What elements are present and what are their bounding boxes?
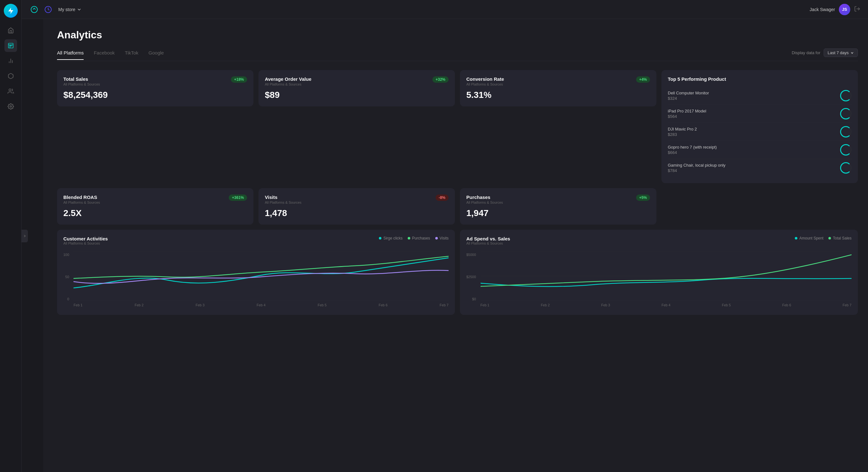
top5-item-3: DJI Mavic Pro 2 $283 bbox=[668, 123, 851, 141]
svg-point-5 bbox=[9, 89, 11, 91]
ad-x-label-feb2: Feb 2 bbox=[541, 303, 550, 307]
ad-spend-svg bbox=[480, 252, 851, 301]
user-name: Jack Swager bbox=[810, 7, 835, 12]
top5-title: Top 5 Performing Product bbox=[668, 76, 851, 82]
x-label-feb3: Feb 3 bbox=[196, 303, 205, 307]
charts-row: Customer Activities All Platforms & Sour… bbox=[57, 230, 858, 315]
sidebar-item-products[interactable] bbox=[4, 70, 17, 82]
x-label-feb7: Feb 7 bbox=[440, 303, 448, 307]
customer-activities-chart: Customer Activities All Platforms & Sour… bbox=[57, 230, 455, 315]
ad-x-label-feb7: Feb 7 bbox=[843, 303, 851, 307]
visits-card: Visits All Platforms & Sources -8% 1,478 bbox=[258, 188, 455, 225]
avg-order-value: $89 bbox=[265, 90, 448, 100]
tab-tiktok[interactable]: TikTok bbox=[125, 50, 138, 60]
top5-item-1-price: $324 bbox=[668, 96, 709, 101]
visits-badge: -8% bbox=[436, 194, 448, 201]
top5-item-4-price: $664 bbox=[668, 150, 717, 155]
visits-value: 1,478 bbox=[265, 208, 448, 218]
y-label-50: 50 bbox=[65, 275, 69, 279]
ad-x-label-feb5: Feb 5 bbox=[722, 303, 731, 307]
legend-amount-spent-dot bbox=[795, 237, 797, 240]
tab-google[interactable]: Google bbox=[149, 50, 164, 60]
user-avatar: JS bbox=[839, 4, 850, 15]
sidebar-item-users[interactable] bbox=[4, 85, 17, 98]
topbar-right: Jack Swager JS bbox=[810, 4, 860, 15]
blended-roas-card: Blended ROAS All Platforms & Sources +36… bbox=[57, 188, 253, 225]
ad-x-label-feb6: Feb 6 bbox=[782, 303, 791, 307]
main-content: Analytics All Platforms Facebook TikTok … bbox=[43, 19, 868, 472]
top5-item-5-name: Gaming Chair, local pickup only bbox=[668, 163, 725, 167]
analytics-icon[interactable] bbox=[29, 4, 39, 14]
conversion-badge: +4% bbox=[636, 76, 650, 83]
total-sales-badge: +18% bbox=[231, 76, 247, 83]
top5-item-4: Gopro hero 7 (with receipt) $664 bbox=[668, 141, 851, 159]
total-sales-title: Total Sales bbox=[63, 76, 100, 82]
purchases-card: Purchases All Platforms & Sources +5% 1,… bbox=[460, 188, 656, 225]
x-label-feb6: Feb 6 bbox=[378, 303, 388, 307]
legend-total-sales-dot bbox=[828, 237, 831, 240]
avg-order-title: Average Order Value bbox=[265, 76, 311, 82]
svg-point-6 bbox=[10, 106, 11, 107]
y-label-0: 0 bbox=[67, 297, 69, 301]
avg-order-subtitle: All Platforms & Sources bbox=[265, 82, 311, 86]
app-logo[interactable] bbox=[4, 4, 18, 18]
total-sales-subtitle: All Platforms & Sources bbox=[63, 82, 100, 86]
top5-item-2: iPad Pro 2017 Model $564 bbox=[668, 105, 851, 123]
page-title: Analytics bbox=[57, 29, 858, 41]
customer-activities-legend: Sirge clicks Purchases Visits bbox=[379, 236, 448, 241]
top5-item-3-icon bbox=[840, 126, 851, 137]
total-sales-value: $8,254,369 bbox=[63, 90, 247, 100]
top5-item-4-icon bbox=[840, 144, 851, 156]
sidebar bbox=[0, 0, 22, 472]
date-filter[interactable]: Last 7 days bbox=[824, 49, 858, 57]
sidebar-item-analytics[interactable] bbox=[4, 39, 17, 52]
tab-facebook[interactable]: Facebook bbox=[94, 50, 115, 60]
total-sales-card: Total Sales All Platforms & Sources +18%… bbox=[57, 70, 253, 106]
visits-title: Visits bbox=[265, 194, 302, 200]
purchases-subtitle: All Platforms & Sources bbox=[466, 200, 503, 204]
y-label-5000: $5000 bbox=[466, 253, 476, 257]
top5-item-1: Dell Computer Monitor $324 bbox=[668, 87, 851, 105]
y-label-2500: $2500 bbox=[466, 275, 476, 279]
svg-point-7 bbox=[31, 6, 37, 13]
top5-item-5-icon bbox=[840, 162, 851, 174]
customer-activities-subtitle: All Platforms & Sources bbox=[63, 241, 108, 245]
conversion-subtitle: All Platforms & Sources bbox=[466, 82, 504, 86]
ad-x-label-feb3: Feb 3 bbox=[601, 303, 610, 307]
top5-item-3-name: DJI Mavic Pro 2 bbox=[668, 127, 697, 131]
x-label-feb2: Feb 2 bbox=[135, 303, 144, 307]
ad-spend-chart: Ad Spend vs. Sales All Platforms & Sourc… bbox=[460, 230, 858, 315]
legend-visits: Visits bbox=[435, 236, 448, 241]
legend-sirge: Sirge clicks bbox=[379, 236, 403, 241]
sidebar-toggle[interactable] bbox=[22, 230, 28, 242]
sidebar-item-settings[interactable] bbox=[4, 100, 17, 113]
purchases-badge: +5% bbox=[636, 194, 650, 201]
top5-item-3-price: $283 bbox=[668, 132, 697, 137]
sidebar-item-reports[interactable] bbox=[4, 55, 17, 67]
x-label-feb1: Feb 1 bbox=[73, 303, 82, 307]
blended-roas-subtitle: All Platforms & Sources bbox=[63, 200, 100, 204]
sidebar-item-home[interactable] bbox=[4, 24, 17, 37]
avg-order-badge: +32% bbox=[432, 76, 448, 83]
top5-card: Top 5 Performing Product Dell Computer M… bbox=[661, 70, 858, 183]
display-label: Display data for bbox=[792, 51, 820, 55]
refresh-icon[interactable] bbox=[43, 4, 53, 14]
topbar: My store Jack Swager JS bbox=[22, 0, 868, 19]
ad-spend-subtitle: All Platforms & Sources bbox=[466, 241, 510, 245]
store-name: My store bbox=[58, 7, 75, 12]
x-label-feb5: Feb 5 bbox=[318, 303, 327, 307]
customer-activities-title: Customer Activities bbox=[63, 236, 108, 241]
conversion-value: 5.31% bbox=[466, 90, 650, 100]
blended-roas-title: Blended ROAS bbox=[63, 194, 100, 200]
tab-all-platforms[interactable]: All Platforms bbox=[57, 50, 84, 60]
top5-item-2-price: $564 bbox=[668, 114, 706, 119]
conversion-card: Conversion Rate All Platforms & Sources … bbox=[460, 70, 656, 106]
logout-icon[interactable] bbox=[854, 6, 860, 13]
ad-spend-legend: Amount Spent Total Sales bbox=[795, 236, 851, 241]
x-label-feb4: Feb 4 bbox=[257, 303, 266, 307]
top5-item-1-icon bbox=[840, 90, 851, 101]
top5-item-2-name: iPad Pro 2017 Model bbox=[668, 109, 706, 114]
store-selector[interactable]: My store bbox=[58, 7, 81, 12]
top5-item-1-name: Dell Computer Monitor bbox=[668, 91, 709, 95]
legend-purchases-dot bbox=[408, 237, 410, 240]
